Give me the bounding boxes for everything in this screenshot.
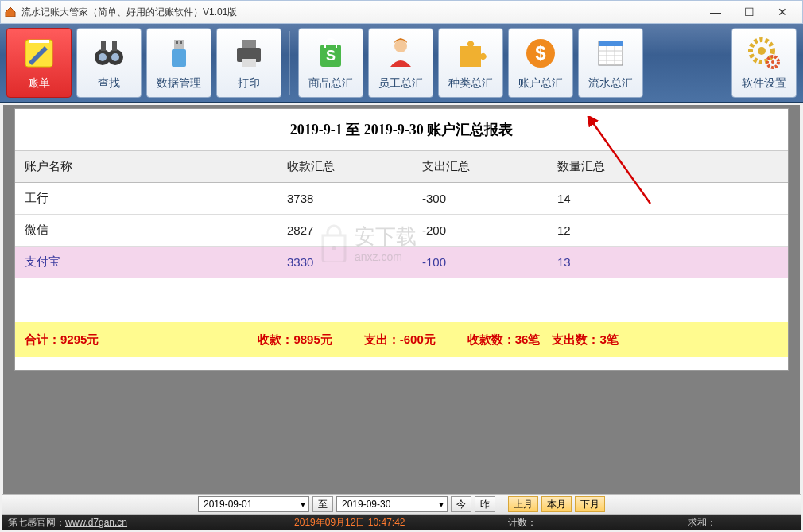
- settings-button[interactable]: 软件设置: [731, 28, 797, 98]
- status-sum: 求和：: [688, 516, 716, 530]
- col-count[interactable]: 数量汇总: [548, 151, 788, 183]
- print-button[interactable]: 打印: [216, 28, 281, 98]
- site-info: 第七感官网：www.d7gan.cn: [8, 516, 127, 530]
- flow-sum-label: 流水总汇: [588, 76, 633, 91]
- svg-text:S: S: [326, 48, 336, 64]
- svg-point-4: [99, 53, 107, 61]
- product-sum-label: 商品总汇: [308, 76, 353, 91]
- account-sum-label: 账户总汇: [518, 76, 563, 91]
- bill-label: 账单: [28, 76, 50, 91]
- table-row[interactable]: 微信 2827 -200 12: [15, 215, 788, 247]
- total-sum: 合计：9295元: [25, 332, 99, 348]
- search-button[interactable]: 查找: [76, 28, 142, 98]
- table-row[interactable]: 支付宝 3330 -100 13: [15, 247, 788, 278]
- next-month-button[interactable]: 下月: [575, 496, 605, 512]
- col-expense[interactable]: 支出汇总: [413, 151, 548, 183]
- chevron-down-icon: ▾: [439, 499, 444, 510]
- svg-text:$: $: [535, 42, 546, 64]
- svg-rect-13: [242, 40, 256, 48]
- report-table: 账户名称 收款汇总 支出汇总 数量汇总 工行 3738 -300 14 微信 2…: [15, 151, 788, 278]
- maximize-button[interactable]: ☐: [732, 1, 766, 23]
- total-income: 收款：9895元: [258, 332, 332, 348]
- dollar-coin-icon: $: [522, 35, 559, 72]
- total-counts: 收款数：36笔 支出数：3笔: [467, 332, 619, 348]
- person-icon: [382, 35, 419, 72]
- total-expense: 支出：-600元: [364, 332, 436, 348]
- svg-rect-1: [29, 40, 49, 43]
- window-title: 流水记账大管家（简单、好用的记账软件）V1.01版: [21, 6, 699, 19]
- print-label: 打印: [238, 76, 260, 91]
- puzzle-icon: [452, 35, 489, 72]
- spreadsheet-icon: [592, 35, 629, 72]
- report-title: 2019-9-1 至 2019-9-30 账户汇总报表: [15, 109, 788, 151]
- date-range-bar: 2019-09-01▾ 至 2019-09-30▾ 今 昨 上月 本月 下月: [2, 494, 801, 515]
- svg-rect-14: [242, 59, 256, 67]
- svg-rect-21: [599, 41, 623, 46]
- status-count: 计数：: [508, 516, 537, 530]
- search-label: 查找: [98, 76, 120, 91]
- col-name[interactable]: 账户名称: [15, 151, 277, 183]
- toolbar-divider: [289, 31, 290, 95]
- svg-rect-11: [180, 41, 182, 44]
- account-sum-button[interactable]: $ 账户总汇: [508, 28, 573, 98]
- svg-rect-7: [112, 41, 117, 51]
- today-button[interactable]: 今: [451, 496, 471, 512]
- app-icon: [4, 6, 17, 18]
- svg-rect-9: [174, 40, 184, 49]
- date-to-input[interactable]: 2019-09-30▾: [336, 496, 448, 512]
- yesterday-button[interactable]: 昨: [475, 496, 495, 512]
- this-month-button[interactable]: 本月: [541, 496, 572, 512]
- bill-button[interactable]: 账单: [6, 28, 72, 98]
- minimize-button[interactable]: ―: [699, 1, 732, 23]
- report-panel: 2019-9-1 至 2019-9-30 账户汇总报表 账户名称 收款汇总 支出…: [14, 108, 789, 371]
- table-row[interactable]: 工行 3738 -300 14: [15, 183, 788, 215]
- data-mgmt-button[interactable]: 数据管理: [146, 28, 211, 98]
- staff-sum-label: 员工总汇: [378, 76, 423, 91]
- data-mgmt-label: 数据管理: [157, 76, 201, 91]
- settings-label: 软件设置: [742, 76, 786, 91]
- binoculars-icon: [91, 35, 127, 72]
- flow-sum-button[interactable]: 流水总汇: [578, 28, 643, 98]
- product-sum-button[interactable]: S 商品总汇: [298, 28, 363, 98]
- shop-bag-icon: S: [312, 35, 349, 72]
- content-area: 2019-9-1 至 2019-9-30 账户汇总报表 账户名称 收款汇总 支出…: [3, 105, 800, 494]
- printer-icon: [231, 35, 267, 72]
- svg-point-17: [394, 40, 407, 52]
- to-label: 至: [312, 496, 333, 512]
- col-income[interactable]: 收款汇总: [277, 151, 413, 183]
- status-datetime: 2019年09月12日 10:47:42: [294, 516, 405, 530]
- close-button[interactable]: ✕: [766, 1, 799, 23]
- svg-rect-10: [176, 41, 178, 44]
- title-bar: 流水记账大管家（简单、好用的记账软件）V1.01版 ― ☐ ✕: [0, 0, 803, 24]
- notepad-icon: [21, 35, 57, 72]
- svg-rect-6: [101, 41, 106, 51]
- totals-bar: 合计：9295元 收款：9895元 支出：-600元 收款数：36笔 支出数：3…: [15, 322, 788, 357]
- staff-sum-button[interactable]: 员工总汇: [368, 28, 433, 98]
- date-from-input[interactable]: 2019-09-01▾: [198, 496, 309, 512]
- last-month-button[interactable]: 上月: [508, 496, 538, 512]
- category-sum-label: 种类总汇: [448, 76, 493, 91]
- category-sum-button[interactable]: 种类总汇: [438, 28, 503, 98]
- chevron-down-icon: ▾: [301, 499, 305, 510]
- gear-icon: [746, 35, 782, 72]
- status-bar: 第七感官网：www.d7gan.cn 2019年09月12日 10:47:42 …: [2, 515, 801, 530]
- main-toolbar: 账单 查找 数据管理 打印 S 商品总汇 员工总汇 种类总汇: [0, 24, 803, 103]
- svg-point-30: [771, 60, 774, 64]
- usb-drive-icon: [161, 35, 197, 72]
- svg-point-28: [758, 47, 766, 55]
- svg-point-5: [111, 53, 119, 61]
- svg-rect-8: [172, 49, 186, 67]
